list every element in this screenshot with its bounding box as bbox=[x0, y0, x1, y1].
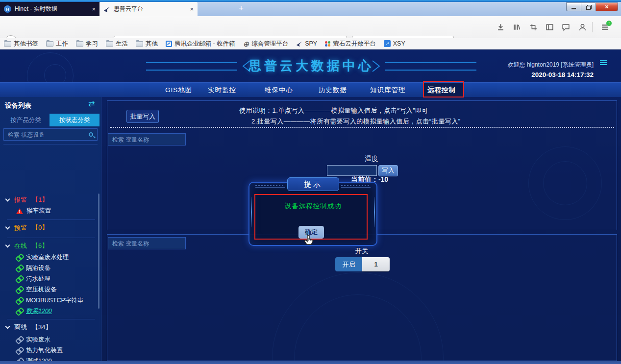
dialog-deco bbox=[341, 184, 371, 188]
link-icon bbox=[16, 254, 23, 261]
bookmark-folder[interactable]: 其他 bbox=[136, 40, 158, 48]
group-offline[interactable]: 离线【34】 bbox=[6, 323, 51, 332]
group-online[interactable]: 在线【6】 bbox=[6, 242, 48, 250]
toolbar-separator bbox=[592, 22, 593, 32]
device-item[interactable]: 测试1200 bbox=[16, 357, 52, 361]
device-item[interactable]: 猴车装置 bbox=[16, 207, 51, 215]
temperature-label: 温度 bbox=[347, 154, 396, 163]
divider bbox=[7, 219, 95, 220]
variable-search[interactable] bbox=[108, 133, 186, 146]
variable-search-input[interactable] bbox=[112, 136, 176, 143]
nav-gis-map[interactable]: GIS地图 bbox=[165, 86, 192, 95]
tab-by-status[interactable]: 按状态分类 bbox=[50, 114, 99, 126]
account-icon[interactable] bbox=[578, 23, 587, 31]
plane-icon bbox=[296, 41, 302, 47]
dialog-title: 提示 bbox=[287, 177, 339, 191]
batch-write-button[interactable]: 批量写入 bbox=[126, 110, 159, 123]
restore-button[interactable] bbox=[581, 2, 596, 11]
variable-search-input[interactable] bbox=[112, 240, 176, 247]
swap-icon[interactable]: ⇄ bbox=[88, 99, 95, 108]
chat-icon[interactable] bbox=[562, 23, 570, 31]
dots-grid-icon bbox=[325, 41, 330, 47]
device-item-selected[interactable]: 数采1200 bbox=[16, 307, 52, 315]
browser-toolbar: ← → ↻ ⌂ iot.idosp.net/idosp/index.html? … bbox=[0, 16, 621, 38]
device-item[interactable]: MODBUSTCP字符串 bbox=[16, 296, 83, 305]
device-list-sidebar: 设备列表 ⇄ 按产品分类 按状态分类 报警【1】 猴车装置 预警【0】 bbox=[0, 97, 101, 361]
globe-icon: ⊕ bbox=[243, 41, 249, 47]
chevron-down-icon bbox=[5, 224, 10, 229]
divider bbox=[7, 319, 95, 319]
new-tab-button[interactable]: + bbox=[239, 3, 244, 13]
minimize-button[interactable] bbox=[566, 2, 581, 11]
switch-value: 1 bbox=[362, 257, 390, 271]
broken-link-icon bbox=[16, 347, 23, 354]
tab-close-icon[interactable]: × bbox=[92, 5, 96, 13]
bookmark-folder[interactable]: 其他书签 bbox=[4, 40, 38, 48]
menu-hamburger-icon[interactable]: ↑ bbox=[601, 23, 610, 31]
link-icon bbox=[16, 276, 23, 282]
bookmark-ezviz[interactable]: 萤石云开放平台 bbox=[325, 40, 376, 48]
bookmark-spy[interactable]: SPY bbox=[296, 40, 317, 47]
user-menu-icon[interactable] bbox=[600, 60, 607, 67]
device-item[interactable]: 隔油设备 bbox=[16, 264, 50, 272]
bookmark-xsy[interactable]: ↗XSY bbox=[384, 40, 405, 47]
device-item[interactable]: 污水处理 bbox=[16, 275, 50, 283]
dialog-message: 设备远程控制成功 bbox=[248, 202, 377, 211]
dotted-divider bbox=[110, 127, 614, 128]
device-search[interactable] bbox=[3, 128, 98, 141]
nav-maintenance-center[interactable]: 维保中心 bbox=[265, 86, 293, 95]
divider bbox=[3, 144, 98, 145]
browser-tabstrip: H Hinet - 实时数据 × 思普云平台 × + × bbox=[0, 2, 621, 16]
device-search-input[interactable] bbox=[8, 131, 81, 138]
library-icon[interactable] bbox=[513, 23, 521, 31]
broken-link-icon bbox=[16, 337, 23, 343]
bookmark-folder[interactable]: 工作 bbox=[46, 40, 68, 48]
arrow-ne-icon: ↗ bbox=[384, 40, 391, 47]
datetime-text: 2020-03-18 14:17:32 bbox=[531, 71, 594, 78]
nav-history-data[interactable]: 历史数据 bbox=[319, 86, 347, 95]
bookmarks-bar: 其他书签 工作 学习 生活 其他 腾讯企业邮箱 - 收件箱 ⊕综合管理平台 SP… bbox=[0, 38, 621, 49]
folder-icon bbox=[46, 41, 53, 47]
sipu-favicon-icon bbox=[103, 6, 110, 13]
sidebar-toggle-icon[interactable] bbox=[546, 23, 554, 31]
group-warning[interactable]: 预警【0】 bbox=[6, 223, 48, 232]
link-icon bbox=[16, 308, 23, 315]
tab-title: 思普云平台 bbox=[114, 5, 143, 13]
tab-close-icon[interactable]: × bbox=[190, 5, 194, 13]
bookmark-exmail[interactable]: 腾讯企业邮箱 - 收件箱 bbox=[166, 40, 235, 48]
group-alarm[interactable]: 报警【1】 bbox=[6, 195, 48, 204]
chevron-down-icon bbox=[5, 196, 10, 201]
device-item[interactable]: 热力氧化装置 bbox=[16, 346, 63, 355]
device-item[interactable]: 实验室废水处理 bbox=[16, 253, 69, 262]
browser-tab-sipu[interactable]: 思普云平台 × bbox=[99, 2, 198, 16]
bookmark-mgmt[interactable]: ⊕综合管理平台 bbox=[243, 40, 289, 48]
write-button[interactable]: 写入 bbox=[378, 165, 398, 176]
browser-tab-hinet[interactable]: H Hinet - 实时数据 × bbox=[0, 2, 99, 16]
nav-remote-control[interactable]: 远程控制 bbox=[427, 86, 456, 95]
tab-by-product[interactable]: 按产品分类 bbox=[2, 114, 50, 126]
folder-icon bbox=[76, 41, 83, 47]
chevron-down-icon bbox=[5, 324, 10, 329]
screenshot-icon[interactable] bbox=[529, 23, 538, 31]
nav-realtime-monitor[interactable]: 实时监控 bbox=[208, 86, 236, 95]
link-icon bbox=[16, 265, 23, 271]
close-button[interactable]: × bbox=[596, 2, 618, 11]
nav-knowledge-base[interactable]: 知识库管理 bbox=[370, 86, 406, 95]
device-item[interactable]: 实验废水 bbox=[16, 336, 50, 344]
device-item[interactable]: 空压机设备 bbox=[16, 286, 57, 294]
temperature-input[interactable] bbox=[327, 165, 377, 176]
bookmark-folder[interactable]: 学习 bbox=[76, 40, 98, 48]
page-bottom-strip bbox=[0, 361, 621, 364]
variable-search[interactable] bbox=[108, 237, 186, 249]
switch-on-button[interactable]: 开启 bbox=[335, 257, 362, 271]
sidebar-scrollbar[interactable] bbox=[98, 194, 99, 309]
search-icon bbox=[89, 132, 93, 137]
downloads-icon[interactable] bbox=[497, 23, 505, 31]
alert-dialog: 提示 设备远程控制成功 确定 bbox=[248, 177, 377, 246]
hand-cursor-icon bbox=[303, 235, 315, 248]
dialog-deco bbox=[255, 184, 285, 188]
bookmark-folder[interactable]: 生活 bbox=[106, 40, 128, 48]
sidebar-title: 设备列表 bbox=[5, 101, 31, 110]
folder-icon bbox=[4, 41, 11, 47]
welcome-text: 欢迎您 hignton2019 [系统管理员] bbox=[508, 61, 594, 69]
